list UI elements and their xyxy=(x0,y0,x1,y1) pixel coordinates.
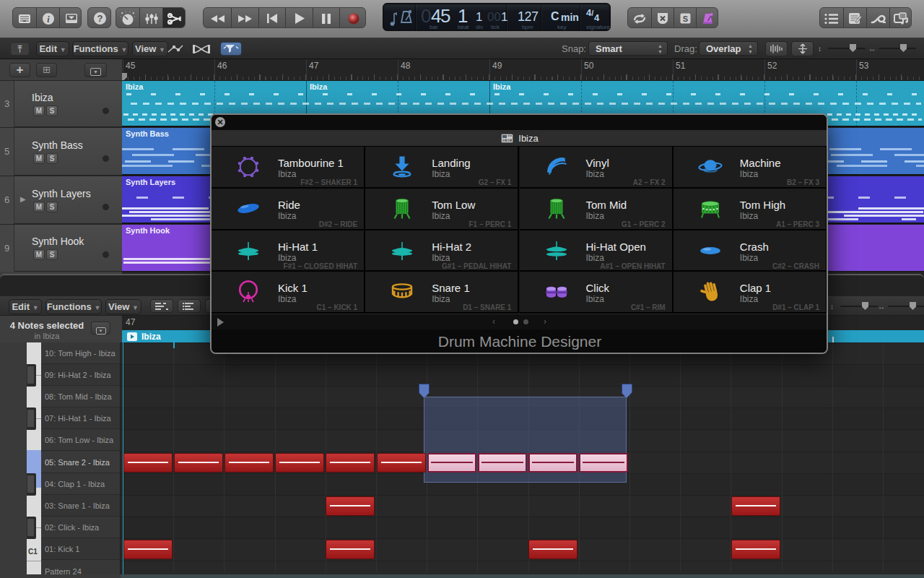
svg-text:S: S xyxy=(682,14,687,23)
svg-text:?: ? xyxy=(97,13,103,24)
